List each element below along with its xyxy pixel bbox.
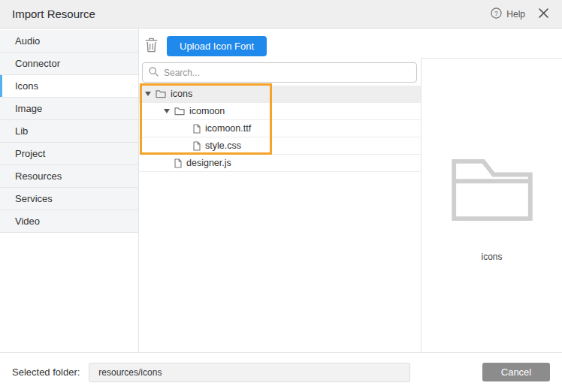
tree-row-style.css[interactable]: style.css (139, 137, 421, 155)
tree-row-label: icomoon (189, 106, 225, 116)
tree-row-icons[interactable]: icons (139, 86, 421, 103)
sidebar-item-label: Image (15, 103, 42, 114)
sidebar-item-label: Resources (15, 170, 62, 182)
dialog-header: Import Resource ? Help (0, 0, 562, 29)
preview-caption: icons (481, 252, 502, 262)
tree-row-label: icons (171, 89, 192, 99)
dialog-body: Audio Connector Icons Image Lib Project … (0, 29, 562, 352)
tree-row-icomoon.ttf[interactable]: icomoon.ttf (139, 120, 421, 137)
sidebar-item-label: Audio (15, 35, 40, 47)
sidebar-item-lib[interactable]: Lib (0, 120, 138, 143)
folder-icon (156, 89, 166, 98)
file-icon (193, 141, 201, 151)
trash-icon (145, 38, 158, 55)
large-folder-icon (451, 158, 533, 225)
category-sidebar: Audio Connector Icons Image Lib Project … (0, 29, 139, 352)
caret-down-icon[interactable] (145, 92, 156, 96)
sidebar-item-image[interactable]: Image (0, 98, 138, 120)
file-browser-panel: Upload Icon Font (139, 29, 421, 352)
close-button[interactable] (537, 7, 550, 22)
close-icon (539, 8, 548, 20)
sidebar-item-project[interactable]: Project (0, 143, 138, 165)
svg-text:?: ? (494, 9, 498, 17)
preview-panel: icons (421, 58, 562, 352)
file-tree: icons icomoon (139, 86, 421, 172)
delete-button[interactable] (145, 38, 158, 55)
selected-folder-input[interactable] (89, 363, 410, 382)
cancel-button[interactable]: Cancel (482, 363, 550, 381)
sidebar-item-icons[interactable]: Icons (0, 75, 138, 98)
search-box (142, 62, 417, 83)
caret-down-icon[interactable] (164, 109, 174, 113)
tree-row-designer.js[interactable]: designer.js (139, 155, 421, 172)
sidebar-item-label: Video (15, 216, 40, 227)
sidebar-item-connector[interactable]: Connector (0, 53, 138, 75)
page-title: Import Resource (12, 8, 95, 20)
sidebar-item-label: Services (15, 193, 53, 204)
tree-row-label: icomoon.ttf (205, 123, 251, 134)
sidebar-item-label: Connector (15, 58, 60, 69)
search-icon (149, 66, 159, 80)
browser-toolbar: Upload Icon Font (139, 29, 421, 61)
sidebar-item-services[interactable]: Services (0, 188, 138, 210)
folder-icon (174, 107, 185, 116)
import-resource-dialog: Import Resource ? Help (0, 0, 562, 392)
tree-row-icomoon[interactable]: icomoon (139, 103, 421, 120)
sidebar-item-resources[interactable]: Resources (0, 165, 138, 188)
tree-row-label: designer.js (186, 158, 231, 168)
help-label: Help (506, 9, 525, 20)
header-actions: ? Help (491, 7, 550, 22)
sidebar-item-label: Icons (15, 80, 38, 92)
sidebar-item-label: Project (15, 148, 45, 159)
dialog-footer: Selected folder: Cancel (0, 352, 562, 391)
help-button[interactable]: ? Help (491, 8, 525, 21)
tree-row-label: style.css (205, 140, 241, 151)
help-icon: ? (491, 8, 502, 21)
search-input[interactable] (164, 68, 410, 78)
sidebar-item-audio[interactable]: Audio (0, 30, 138, 53)
sidebar-item-video[interactable]: Video (0, 210, 138, 233)
selected-folder-label: Selected folder: (12, 366, 80, 378)
file-icon (174, 158, 182, 168)
upload-icon-font-button[interactable]: Upload Icon Font (167, 36, 267, 56)
file-icon (193, 124, 201, 134)
sidebar-item-label: Lib (15, 125, 28, 137)
